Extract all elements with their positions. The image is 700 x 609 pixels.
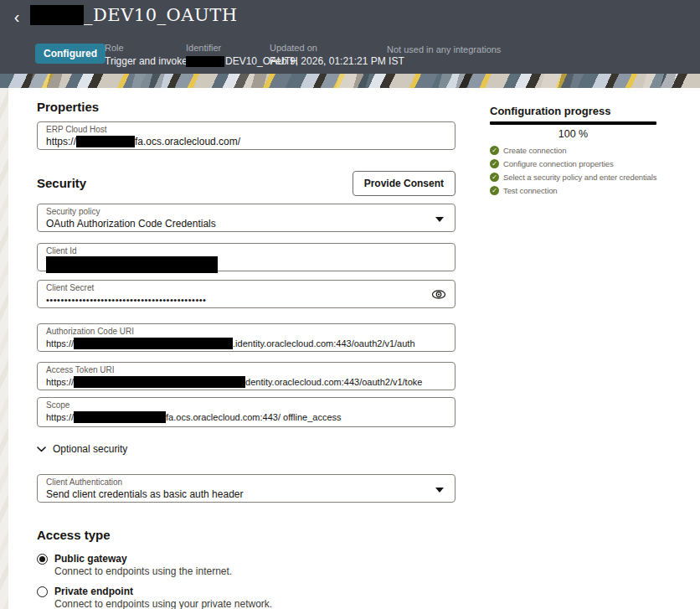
scope-suffix: fa.ocs.oraclecloud.com:443/ offline_acce… xyxy=(166,410,342,424)
check-icon: ✓ xyxy=(490,186,499,195)
status-badge: Configured xyxy=(35,44,106,64)
erp-host-prefix: https:// xyxy=(46,135,76,148)
client-authentication-label: Client Authentication xyxy=(46,477,446,488)
client-authentication-value: Send client credentials as basic auth he… xyxy=(46,488,446,501)
access-type-heading: Access type xyxy=(37,528,456,543)
list-item: ✓ Configure connection properties xyxy=(490,157,666,170)
configuration-progress-panel: Configuration progress 100 % ✓ Create co… xyxy=(490,88,666,197)
role-meta: Role Trigger and invoke xyxy=(105,43,188,67)
role-value: Trigger and invoke xyxy=(105,55,188,67)
radio-private-text: Private endpoint Connect to endpoints us… xyxy=(54,586,272,609)
list-item: ✓ Create connection xyxy=(490,143,666,157)
progress-bar xyxy=(490,121,656,125)
list-item: ✓ Test connection xyxy=(490,183,666,197)
erp-host-suffix: fa.ocs.oraclecloud.com/ xyxy=(135,135,240,148)
client-secret-label: Client Secret xyxy=(46,283,446,293)
redacted-host-segment xyxy=(76,136,135,147)
role-label: Role xyxy=(105,43,188,54)
updated-meta: Updated on Feb 9, 2026, 01:21:21 PM IST xyxy=(270,43,404,67)
progress-item-label: Create connection xyxy=(503,146,566,155)
security-policy-label: Security policy xyxy=(46,207,446,217)
optional-security-label: Optional security xyxy=(53,443,127,455)
client-id-field[interactable]: Client Id xyxy=(37,243,456,271)
public-gateway-description: Connect to endpoints using the internet. xyxy=(54,565,232,577)
properties-heading: Properties xyxy=(37,100,456,115)
erp-cloud-host-value: https:// fa.ocs.oraclecloud.com/ xyxy=(46,135,446,148)
radio-selected-dot xyxy=(39,556,45,562)
chevron-down-icon xyxy=(37,446,46,452)
progress-percent: 100 % xyxy=(490,128,656,140)
client-authentication-select[interactable]: Client Authentication Send client creden… xyxy=(37,474,456,503)
scope-label: Scope xyxy=(46,400,446,410)
authorization-code-uri-value: https:// .identity.oraclecloud.com:443/o… xyxy=(46,337,446,350)
redacted-token-uri-segment xyxy=(74,376,245,388)
auth-uri-suffix: .identity.oraclecloud.com:443/oauth2/v1/… xyxy=(233,337,415,350)
updated-label: Updated on xyxy=(270,43,404,54)
token-uri-prefix: https:// xyxy=(46,375,74,389)
usage-note: Not used in any integrations xyxy=(387,44,501,54)
updated-value: Feb 9, 2026, 01:21:21 PM IST xyxy=(270,55,404,67)
chevron-down-icon xyxy=(435,217,444,222)
erp-cloud-host-label: ERP Cloud Host xyxy=(46,125,446,135)
public-gateway-label: Public gateway xyxy=(54,553,232,565)
optional-security-toggle[interactable]: Optional security xyxy=(37,442,456,456)
progress-item-label: Test connection xyxy=(503,186,558,195)
private-endpoint-label: Private endpoint xyxy=(54,586,272,597)
connection-card: Properties ERP Cloud Host https:// fa.oc… xyxy=(8,88,700,609)
client-id-label: Client Id xyxy=(46,246,446,256)
client-secret-field[interactable]: Client Secret ••••••••••••••••••••••••••… xyxy=(37,280,456,308)
decorative-banner xyxy=(0,74,700,88)
access-token-uri-label: Access Token URI xyxy=(46,365,446,375)
security-heading-row: Security Provide Consent xyxy=(37,172,456,195)
radio-private-endpoint[interactable] xyxy=(37,586,48,597)
auth-uri-prefix: https:// xyxy=(46,337,74,350)
access-type-option-private: Private endpoint Connect to endpoints us… xyxy=(37,586,456,609)
radio-public-gateway[interactable] xyxy=(37,554,48,565)
access-token-uri-field[interactable]: Access Token URI https:// dentity.oracle… xyxy=(37,362,456,390)
radio-public-text: Public gateway Connect to endpoints usin… xyxy=(54,553,232,577)
access-token-uri-value: https:// dentity.oraclecloud.com:443/oau… xyxy=(46,375,446,389)
redacted-scope-segment xyxy=(74,411,166,423)
access-type-option-public: Public gateway Connect to endpoints usin… xyxy=(37,553,456,577)
connection-header: ‹ _DEV10_OAUTH Configured Role Trigger a… xyxy=(0,0,700,74)
page-title: _DEV10_OAUTH xyxy=(84,5,237,25)
eye-icon[interactable] xyxy=(431,288,446,304)
redacted-title-prefix xyxy=(30,5,84,25)
configuration-progress-heading: Configuration progress xyxy=(490,105,666,118)
progress-item-label: Configure connection properties xyxy=(503,159,614,168)
security-heading: Security xyxy=(37,176,86,191)
title-row: _DEV10_OAUTH xyxy=(30,5,237,25)
security-policy-value: OAuth Authorization Code Credentials xyxy=(46,217,446,230)
authorization-code-uri-field[interactable]: Authorization Code URI https:// .identit… xyxy=(37,323,456,352)
token-uri-suffix: dentity.oraclecloud.com:443/oauth2/v1/to… xyxy=(245,375,422,389)
scope-prefix: https:// xyxy=(46,410,74,424)
chevron-down-icon xyxy=(435,488,444,493)
main-column: Properties ERP Cloud Host https:// fa.oc… xyxy=(37,88,456,609)
provide-consent-button[interactable]: Provide Consent xyxy=(353,171,456,196)
redacted-identifier-prefix xyxy=(186,56,224,67)
authorization-code-uri-label: Authorization Code URI xyxy=(46,327,446,337)
progress-item-label: Select a security policy and enter crede… xyxy=(503,173,656,182)
redacted-auth-uri-segment xyxy=(74,338,233,349)
client-secret-masked-value: ••••••••••••••••••••••••••••••••••••••••… xyxy=(46,293,446,307)
redacted-client-id xyxy=(46,256,218,273)
list-item: ✓ Select a security policy and enter cre… xyxy=(490,170,666,183)
check-icon: ✓ xyxy=(490,146,499,155)
scope-field[interactable]: Scope https:// fa.ocs.oraclecloud.com:44… xyxy=(37,397,456,427)
scope-value: https:// fa.ocs.oraclecloud.com:443/ off… xyxy=(46,410,446,424)
erp-cloud-host-field[interactable]: ERP Cloud Host https:// fa.ocs.oracleclo… xyxy=(37,121,456,150)
progress-checklist: ✓ Create connection ✓ Configure connecti… xyxy=(490,143,666,197)
security-policy-select[interactable]: Security policy OAuth Authorization Code… xyxy=(37,204,456,232)
check-icon: ✓ xyxy=(490,159,499,168)
private-endpoint-description: Connect to endpoints using your private … xyxy=(54,598,272,609)
back-icon[interactable]: ‹ xyxy=(10,9,23,24)
page-background: Properties ERP Cloud Host https:// fa.oc… xyxy=(0,88,700,609)
client-id-value xyxy=(46,256,446,273)
check-icon: ✓ xyxy=(490,173,499,182)
